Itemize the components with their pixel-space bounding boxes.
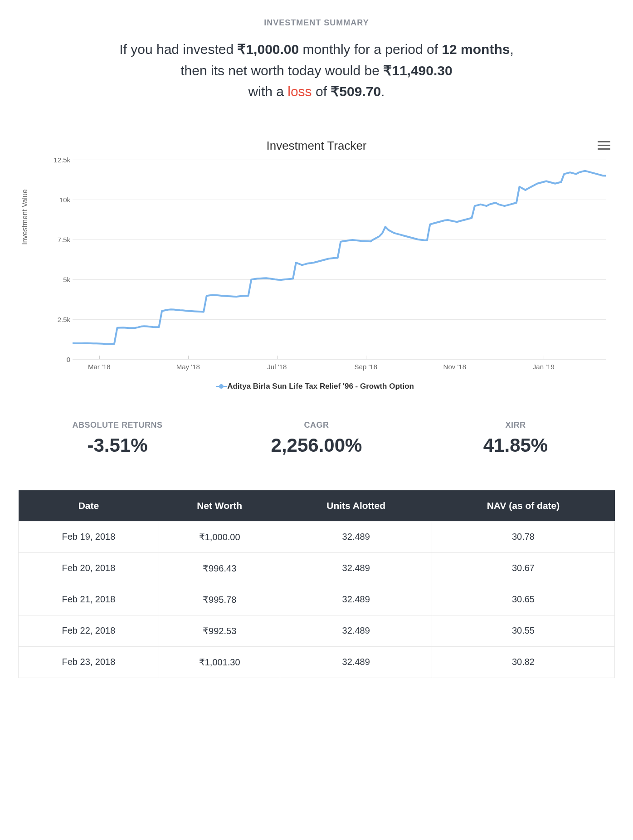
chart-yaxis-label: Investment Value: [21, 189, 29, 244]
x-tick-label: Jul '18: [267, 363, 287, 371]
metric-value: 41.85%: [430, 435, 601, 456]
legend-marker-icon: [219, 384, 224, 389]
summary-text: If you had invested ₹1,000.00 monthly fo…: [18, 39, 615, 103]
y-tick-label: 10k: [48, 195, 70, 203]
table-cell: 30.78: [432, 521, 614, 552]
x-tick: [99, 356, 100, 359]
y-tick-label: 5k: [48, 275, 70, 283]
summary-fragment: monthly for a period of: [299, 42, 442, 57]
metric-xirr: XIRR 41.85%: [416, 418, 615, 459]
th-units: Units Alotted: [280, 490, 432, 522]
table-cell: 32.489: [280, 615, 432, 646]
chart-plot: Investment Value 02.5k5k7.5k10k12.5kMar …: [48, 160, 606, 377]
summary-loss-word: loss: [287, 84, 312, 99]
chart-title: Investment Tracker: [18, 139, 615, 153]
th-nav: NAV (as of date): [432, 490, 614, 522]
chart-series-line: [73, 171, 606, 344]
chart-menu-icon[interactable]: [598, 139, 610, 152]
table-cell: Feb 20, 2018: [19, 552, 159, 584]
table-cell: ₹1,001.30: [159, 646, 280, 678]
summary-period: 12 months: [442, 42, 510, 57]
table-cell: Feb 23, 2018: [19, 646, 159, 678]
chart-line-svg: [73, 160, 606, 359]
summary-fragment: If you had invested: [119, 42, 237, 57]
table-cell: ₹995.78: [159, 584, 280, 615]
x-tick: [188, 356, 189, 359]
y-tick-label: 7.5k: [48, 235, 70, 243]
table-body: Feb 19, 2018₹1,000.0032.48930.78Feb 20, …: [19, 521, 615, 678]
metric-absolute-returns: ABSOLUTE RETURNS -3.51%: [18, 418, 217, 459]
summary-fragment: with a: [248, 84, 288, 99]
metric-value: -3.51%: [32, 435, 203, 456]
chart-container: Investment Tracker Investment Value 02.5…: [18, 139, 615, 391]
y-tick-label: 12.5k: [48, 156, 70, 163]
metric-label: XIRR: [430, 420, 601, 430]
summary-loss-amount: ₹509.70: [331, 84, 381, 99]
table-cell: 30.65: [432, 584, 614, 615]
table-row: Feb 22, 2018₹992.5332.48930.55: [19, 615, 615, 646]
gridline: [73, 359, 606, 360]
x-tick: [544, 356, 544, 359]
table-header: Date Net Worth Units Alotted NAV (as of …: [19, 490, 615, 522]
table-cell: 32.489: [280, 646, 432, 678]
table-cell: Feb 21, 2018: [19, 584, 159, 615]
table-cell: 30.55: [432, 615, 614, 646]
summary-fragment: then its net worth today would be: [180, 63, 383, 78]
table-cell: ₹1,000.00: [159, 521, 280, 552]
table-cell: 30.67: [432, 552, 614, 584]
table-cell: ₹996.43: [159, 552, 280, 584]
summary-label: INVESTMENT SUMMARY: [18, 18, 615, 28]
th-date: Date: [19, 490, 159, 522]
table-row: Feb 23, 2018₹1,001.3032.48930.82: [19, 646, 615, 678]
table-row: Feb 19, 2018₹1,000.0032.48930.78: [19, 521, 615, 552]
table-cell: Feb 19, 2018: [19, 521, 159, 552]
table-cell: ₹992.53: [159, 615, 280, 646]
metric-label: ABSOLUTE RETURNS: [32, 420, 203, 430]
metric-value: 2,256.00%: [231, 435, 402, 456]
legend-label: Aditya Birla Sun Life Tax Relief '96 - G…: [227, 382, 414, 391]
y-tick-label: 2.5k: [48, 315, 70, 323]
x-tick-label: May '18: [176, 363, 200, 371]
table-cell: 32.489: [280, 552, 432, 584]
x-tick-label: Sep '18: [355, 363, 377, 371]
th-networth: Net Worth: [159, 490, 280, 522]
summary-fragment: ,: [510, 42, 513, 57]
table-row: Feb 21, 2018₹995.7832.48930.65: [19, 584, 615, 615]
x-tick-label: Nov '18: [443, 363, 466, 371]
nav-table: Date Net Worth Units Alotted NAV (as of …: [18, 490, 615, 678]
summary-amount: ₹1,000.00: [237, 42, 299, 57]
table-row: Feb 20, 2018₹996.4332.48930.67: [19, 552, 615, 584]
table-cell: 30.82: [432, 646, 614, 678]
summary-networth: ₹11,490.30: [383, 63, 452, 78]
table-cell: Feb 22, 2018: [19, 615, 159, 646]
metrics-row: ABSOLUTE RETURNS -3.51% CAGR 2,256.00% X…: [18, 418, 615, 459]
table-cell: 32.489: [280, 584, 432, 615]
metric-cagr: CAGR 2,256.00%: [217, 418, 416, 459]
metric-label: CAGR: [231, 420, 402, 430]
x-tick-label: Jan '19: [533, 363, 555, 371]
x-tick: [366, 356, 366, 359]
x-tick-label: Mar '18: [88, 363, 111, 371]
summary-fragment: of: [312, 84, 331, 99]
y-tick-label: 0: [48, 355, 70, 363]
x-tick: [455, 356, 455, 359]
chart-legend[interactable]: Aditya Birla Sun Life Tax Relief '96 - G…: [18, 382, 615, 391]
x-tick: [277, 356, 278, 359]
table-cell: 32.489: [280, 521, 432, 552]
summary-fragment: .: [381, 84, 385, 99]
